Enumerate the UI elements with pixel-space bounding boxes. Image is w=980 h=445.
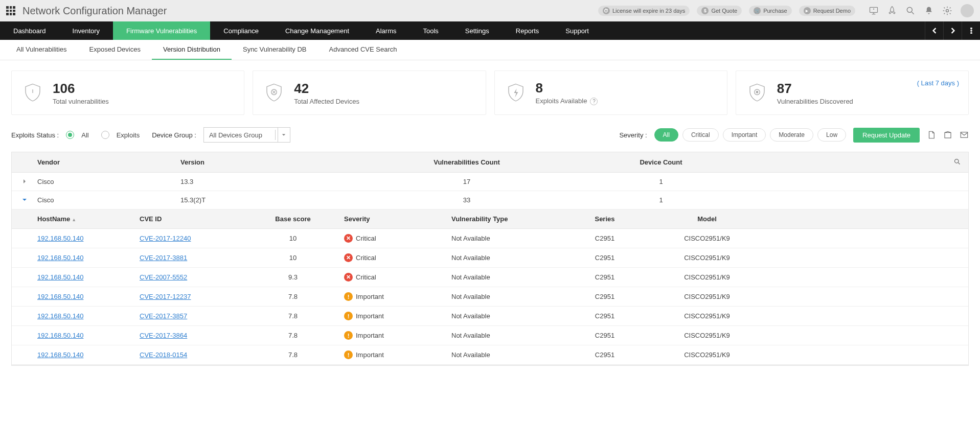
- nav-compliance[interactable]: Compliance: [210, 21, 272, 40]
- severity-badge-icon: ✕: [344, 234, 353, 243]
- cell-score: 10: [242, 235, 344, 242]
- nav-dashboard[interactable]: Dashboard: [0, 21, 59, 40]
- license-text: License will expire in 23 days: [612, 8, 685, 14]
- cell-type: Not Available: [451, 312, 554, 320]
- subnav-version-distribution[interactable]: Version Distribution: [152, 40, 232, 60]
- nav-more-icon[interactable]: [962, 21, 980, 40]
- bell-icon[interactable]: [924, 6, 934, 16]
- search-icon[interactable]: [905, 6, 916, 16]
- hostname-link[interactable]: 192.168.50.140: [37, 254, 83, 262]
- col-hostname[interactable]: HostName▲: [37, 215, 140, 223]
- rocket-icon[interactable]: [887, 6, 897, 16]
- get-quote-pill[interactable]: $Get Quote: [697, 6, 742, 16]
- email-icon[interactable]: [960, 130, 969, 139]
- col-cve[interactable]: CVE ID: [140, 215, 242, 223]
- nav-support[interactable]: Support: [552, 21, 602, 40]
- cell-version: 13.3: [180, 178, 370, 185]
- dollar-icon: $: [701, 7, 709, 14]
- severity-all[interactable]: All: [654, 128, 678, 142]
- cell-severity: !Important: [344, 350, 451, 359]
- nav-tools[interactable]: Tools: [409, 21, 451, 40]
- severity-important[interactable]: Important: [723, 128, 766, 142]
- col-type[interactable]: Vulnerability Type: [451, 215, 554, 223]
- cell-model: CISCO2951/K9: [656, 351, 758, 359]
- gear-icon[interactable]: [942, 6, 952, 16]
- help-icon[interactable]: ?: [590, 98, 598, 105]
- col-score[interactable]: Base score: [242, 215, 344, 223]
- hostname-link[interactable]: 192.168.50.140: [37, 312, 83, 320]
- cve-link[interactable]: CVE-2017-3864: [140, 332, 187, 339]
- cell-score: 7.8: [242, 312, 344, 320]
- cve-link[interactable]: CVE-2007-5552: [140, 273, 187, 281]
- col-series[interactable]: Series: [554, 215, 656, 223]
- expand-icon[interactable]: [22, 196, 27, 204]
- hostname-link[interactable]: 192.168.50.140: [37, 273, 83, 281]
- user-avatar[interactable]: [961, 4, 974, 17]
- subnav-exposed-devices[interactable]: Exposed Devices: [78, 40, 152, 60]
- col-version[interactable]: Version: [180, 158, 370, 166]
- hostname-link[interactable]: 192.168.50.140: [37, 351, 83, 359]
- cell-severity: ✕Critical: [344, 234, 451, 243]
- cell-version: 15.3(2)T: [180, 196, 370, 204]
- cve-link[interactable]: CVE-2017-12237: [140, 293, 191, 300]
- nav-inventory[interactable]: Inventory: [59, 21, 113, 40]
- col-severity[interactable]: Severity: [344, 215, 451, 223]
- export-csv-icon[interactable]: [943, 130, 952, 139]
- export-pdf-icon[interactable]: [927, 130, 936, 139]
- nav-alarms[interactable]: Alarms: [362, 21, 409, 40]
- card-link[interactable]: ( Last 7 days ): [917, 79, 959, 87]
- presentation-icon[interactable]: [869, 6, 879, 16]
- hostname-link[interactable]: 192.168.50.140: [37, 293, 83, 300]
- nav-settings[interactable]: Settings: [452, 21, 503, 40]
- card-total-vulnerabilities: 106Total vulnerabilities: [11, 71, 244, 115]
- cell-vuln-count: 17: [370, 178, 564, 185]
- col-device-count[interactable]: Device Count: [564, 158, 758, 166]
- request-demo-pill[interactable]: ▸Request Demo: [799, 6, 855, 16]
- card-value: 106: [53, 81, 109, 97]
- license-pill[interactable]: ⏱License will expire in 23 days: [598, 6, 690, 16]
- table-search-icon[interactable]: [953, 158, 961, 167]
- nav-right-icon[interactable]: [943, 21, 962, 40]
- cell-series: C2951: [554, 351, 656, 359]
- expand-icon[interactable]: [22, 178, 27, 185]
- nav-firmware-vulnerabilities[interactable]: Firmware Vulnerabilities: [113, 21, 210, 40]
- cell-type: Not Available: [451, 293, 554, 300]
- sort-icon: ▲: [72, 217, 76, 222]
- hostname-link[interactable]: 192.168.50.140: [37, 332, 83, 339]
- table-row[interactable]: Cisco15.3(2)T331: [12, 191, 968, 209]
- sub-table-header: HostName▲CVE IDBase scoreSeverityVulnera…: [12, 209, 968, 229]
- radio-exploits[interactable]: [101, 131, 109, 139]
- cve-link[interactable]: CVE-2017-12240: [140, 235, 191, 242]
- cell-series: C2951: [554, 293, 656, 300]
- cell-model: CISCO2951/K9: [656, 312, 758, 320]
- severity-moderate[interactable]: Moderate: [770, 128, 813, 142]
- subnav-advanced-cve-search[interactable]: Advanced CVE Search: [317, 40, 408, 60]
- nav-change-management[interactable]: Change Management: [272, 21, 362, 40]
- table-row[interactable]: Cisco13.3171: [12, 173, 968, 191]
- device-group-select[interactable]: All Devices Group: [203, 127, 290, 143]
- svg-point-2: [946, 10, 949, 12]
- svg-rect-10: [961, 132, 968, 138]
- hostname-link[interactable]: 192.168.50.140: [37, 235, 83, 242]
- cve-link[interactable]: CVE-2017-3857: [140, 312, 187, 320]
- purchase-pill[interactable]: 🛒Purchase: [749, 6, 791, 16]
- cell-model: CISCO2951/K9: [656, 293, 758, 300]
- nav-reports[interactable]: Reports: [503, 21, 553, 40]
- col-model[interactable]: Model: [656, 215, 758, 223]
- request-update-button[interactable]: Request Update: [853, 128, 920, 143]
- sub-table-row: 192.168.50.140CVE-2017-122377.8!Importan…: [12, 287, 968, 307]
- subnav-all-vulnerabilities[interactable]: All Vulnerabilities: [5, 40, 78, 60]
- severity-critical[interactable]: Critical: [682, 128, 719, 142]
- col-vendor[interactable]: Vendor: [37, 158, 180, 166]
- severity-badge-icon: !: [344, 331, 353, 340]
- apps-grid-icon[interactable]: [6, 6, 15, 15]
- subnav-sync-vulnerability-db[interactable]: Sync Vulnerability DB: [232, 40, 318, 60]
- col-vuln-count[interactable]: Vulnerabilities Count: [370, 158, 564, 166]
- cart-icon: 🛒: [754, 7, 761, 14]
- severity-low[interactable]: Low: [817, 128, 846, 142]
- cve-link[interactable]: CVE-2017-3881: [140, 254, 187, 262]
- nav-left-icon[interactable]: [925, 21, 943, 40]
- radio-all[interactable]: [66, 131, 74, 139]
- sub-table-row: 192.168.50.140CVE-2017-38577.8!Important…: [12, 307, 968, 326]
- cve-link[interactable]: CVE-2018-0154: [140, 351, 187, 359]
